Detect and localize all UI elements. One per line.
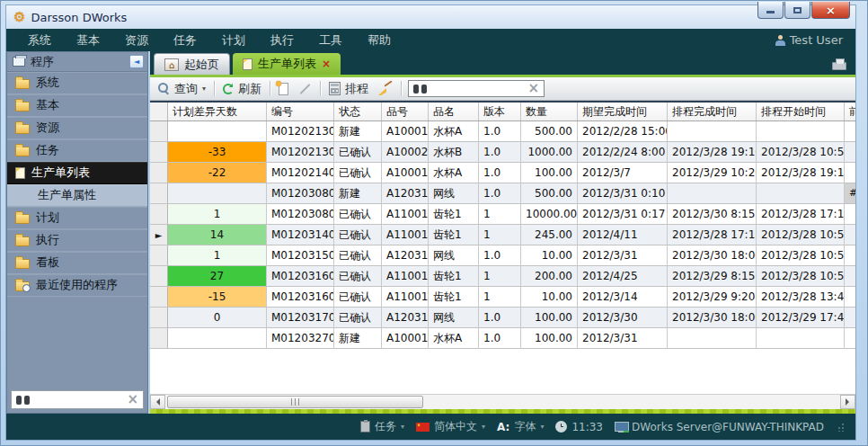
row-indicator-cell [150,328,168,348]
sidebar-item[interactable]: 任务 [7,139,147,162]
sidebar-item[interactable]: 计划 [7,207,147,229]
table-row[interactable]: ►14M012031402已确认A11001齿轮11245.002012/4/1… [150,225,855,245]
scrollbar-grip-icon [291,398,299,406]
status-task-menu[interactable]: 任务 [360,419,404,434]
cell-sched_end: 2012/3/28 17:13 [668,225,757,245]
query-button[interactable]: 查询 [156,80,208,98]
menu-item[interactable]: 系统 [15,32,64,49]
menu-item[interactable]: 计划 [209,32,258,49]
cell-item_name: 齿轮1 [429,204,479,224]
refresh-button[interactable]: 刷新 [221,80,263,98]
scroll-right-button[interactable] [840,395,855,409]
table-row[interactable]: M012021301新建A10001水杯A1.0500.002012/2/28 … [150,121,855,142]
refresh-button-label: 刷新 [238,81,261,97]
row-indicator-cell [150,266,168,286]
cell-marker [845,328,855,348]
scrollbar-track[interactable] [165,395,840,409]
cell-version: 1 [479,266,521,286]
table-row[interactable]: -22M012021401已确认A10001水杯A1.0100.002012/3… [150,163,855,183]
column-header[interactable]: 数量 [521,103,578,120]
tab-active[interactable]: 生产单列表 [233,53,341,75]
sidebar-item[interactable]: 基本 [7,94,147,117]
cell-sched_start: 2012/3/28 17:13 [757,204,845,224]
toolbar-search-input[interactable] [431,82,523,96]
cell-sched_end: 2012/3/29 8:15 [668,266,757,286]
column-header[interactable]: 版本 [479,103,521,120]
tab-inactive[interactable]: 起始页 [154,53,230,75]
toolbar-search-clear-icon[interactable]: × [527,82,539,95]
table-row[interactable]: 1M012030802已确认A11001齿轮1110000.002012/3/3… [150,204,855,225]
column-header[interactable]: 计划差异天数 [168,103,267,120]
column-header[interactable]: 期望完成时间 [578,103,668,120]
sidebar-item[interactable]: 生产单属性 [7,184,147,207]
menu-item[interactable]: 工具 [306,32,355,49]
sidebar-search-clear-icon[interactable]: × [127,393,138,406]
sidebar-item[interactable]: 执行 [7,229,147,252]
menu-item[interactable]: 执行 [258,32,306,49]
cell-due: 2012/3/7 [578,163,668,183]
row-indicator-cell [150,287,168,307]
printer-icon[interactable] [832,62,846,70]
cell-item_no: A10002 [382,142,429,162]
minimize-button[interactable] [757,2,784,19]
calculator-icon [329,82,341,95]
cell-qty: 500.00 [521,121,578,141]
maximize-button[interactable] [784,2,810,19]
sidebar-item-label: 执行 [36,232,59,248]
new-button[interactable] [277,82,290,96]
sidebar-search-input[interactable] [33,393,123,407]
cell-sched_start: 2012/3/28 10:52 [757,142,845,162]
refresh-icon [223,84,234,94]
cell-sched_end: 2012/3/30 8:15 [668,204,757,224]
column-header[interactable]: 品名 [429,103,479,120]
menu-item[interactable]: 基本 [64,32,112,49]
column-header[interactable]: 排程完成时间 [668,103,757,120]
tab-close-icon[interactable] [322,58,331,69]
menu-item[interactable]: 帮助 [355,32,403,49]
column-header[interactable]: 品号 [382,103,429,120]
table-row[interactable]: 0M012031701已确认A12031网线1.0100.002012/3/30… [150,308,855,328]
cell-marker [845,225,855,245]
sidebar-item[interactable]: 最近使用的程序 [7,274,147,297]
menu-item[interactable]: 资源 [112,32,161,49]
cell-code: M012031501 [267,245,334,265]
sidebar-item[interactable]: 生产单列表 [7,162,147,184]
table-row[interactable]: -15M012031602已确认A11001齿轮1110.002012/3/14… [150,287,855,308]
sidebar-collapse-button[interactable]: ◄ [129,55,144,68]
cell-version: 1.0 [479,163,521,183]
edit-button[interactable] [297,87,314,91]
horizontal-scrollbar[interactable] [150,394,855,409]
cell-sched_start: 2012/3/28 10:52 [757,245,845,265]
scrollbar-thumb[interactable] [167,396,423,408]
table-row[interactable]: M012030801新建A12031网线1.0500.002012/3/31 0… [150,183,855,204]
cell-diff: 14 [168,225,267,245]
table-row[interactable]: 1M012031501已确认A12031网线1.010.002012/3/312… [150,245,855,266]
cell-sched_start: 2012/3/28 19:10 [757,163,845,183]
cell-code: M012021401 [267,163,334,183]
sidebar-item[interactable]: 资源 [7,117,147,139]
table-row[interactable]: M012032701新建A10001水杯A1.0100.002012/3/31 [150,328,855,349]
sidebar-item[interactable]: 系统 [7,72,147,94]
close-button[interactable]: × [811,2,850,19]
cell-qty: 100.00 [521,308,578,327]
current-user[interactable]: Test User [775,33,846,47]
font-icon [497,422,509,433]
scroll-left-button[interactable] [150,395,165,409]
table-row[interactable]: 27M012031601已确认A11001齿轮11200.002012/4/25… [150,266,855,287]
cell-sched_start: 2012/3/28 10:52 [757,225,845,245]
column-header[interactable]: 状态 [334,103,382,120]
status-language-menu[interactable]: 简体中文 [416,419,485,434]
cell-due: 2012/3/31 [578,328,668,348]
cell-marker [845,204,855,224]
clear-schedule-button[interactable] [376,81,394,96]
column-header[interactable]: 编号 [267,103,334,120]
schedule-button[interactable]: 排程 [327,80,370,98]
column-header[interactable]: 前 [845,103,855,120]
table-row[interactable]: -33M012021302已确认A10002水杯B1.01000.002012/… [150,142,855,163]
column-header[interactable]: 排程开始时间 [757,103,845,120]
sidebar-item[interactable]: 看板 [7,252,147,274]
sidebar-item-label: 系统 [36,75,59,91]
binoculars-icon [413,85,427,94]
status-font-menu[interactable]: 字体 [497,419,544,434]
menu-item[interactable]: 任务 [161,32,209,49]
